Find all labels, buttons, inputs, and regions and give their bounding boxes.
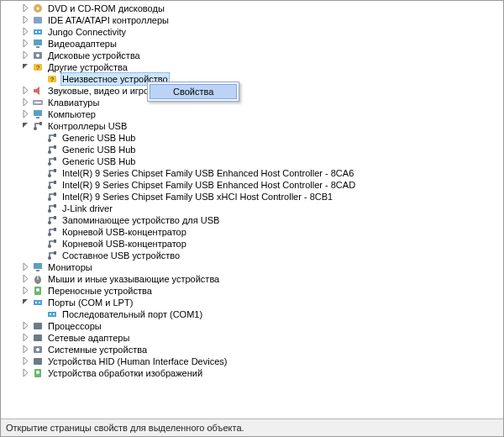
tree-node[interactable]: Intel(R) 9 Series Chipset Family USB Enh…	[4, 167, 500, 179]
tree-node[interactable]: Generic USB Hub	[4, 132, 500, 144]
tree-node-label: Переносные устройства	[46, 285, 154, 297]
usbhub-icon	[45, 250, 58, 261]
tree-node-label: Запоминающее устройство для USB	[60, 214, 221, 226]
usbhub-icon	[45, 155, 58, 167]
tree-node[interactable]: IDE ATA/ATAPI контроллеры	[4, 14, 500, 26]
net-icon	[31, 332, 44, 344]
tree-node[interactable]: Intel(R) 9 Series Chipset Family USB Enh…	[4, 179, 500, 191]
tree-node-label: Составное USB устройство	[60, 250, 181, 261]
expand-toggle[interactable]	[21, 274, 30, 285]
tree-node[interactable]: Порты (COM и LPT)	[4, 297, 500, 308]
status-text: Открытие страницы свойств для выделенног…	[6, 423, 244, 433]
expand-toggle[interactable]	[21, 356, 30, 367]
svg-rect-52	[48, 312, 56, 317]
tree-node[interactable]: ?Другие устройства	[4, 61, 500, 73]
collapse-toggle[interactable]	[21, 297, 30, 308]
tree-node[interactable]: DVD и CD-ROM дисководы	[4, 3, 500, 14]
tree-node[interactable]: Последовательный порт (COM1)	[4, 308, 500, 320]
tree-node[interactable]: Дисковые устройства	[4, 50, 500, 61]
usbhub-icon	[45, 179, 58, 191]
tree-node[interactable]: Generic USB Hub	[4, 144, 500, 155]
svg-rect-54	[53, 313, 55, 315]
tree-node[interactable]: Переносные устройства	[4, 285, 500, 297]
tree-node-label: Мониторы	[46, 261, 94, 273]
tree-node[interactable]: Корневой USB-концентратор	[4, 238, 500, 250]
tree-node-label: Клавиатуры	[46, 97, 101, 108]
expand-toggle[interactable]	[21, 368, 30, 379]
tree-node[interactable]: Процессоры	[4, 320, 500, 332]
svg-text:?: ?	[50, 76, 54, 83]
svg-rect-4	[35, 31, 37, 33]
tree-node[interactable]: ?Неизвестное устройство	[4, 73, 500, 85]
svg-rect-17	[34, 110, 42, 116]
ports-icon	[31, 297, 44, 308]
tree-node[interactable]: Intel(R) 9 Series Chipset Family USB xHC…	[4, 191, 500, 203]
svg-rect-51	[39, 302, 40, 303]
device-tree[interactable]: DVD и CD-ROM дисководыIDE ATA/ATAPI конт…	[1, 1, 503, 419]
tree-node[interactable]: J-Link driver	[4, 203, 500, 214]
expand-toggle[interactable]	[21, 50, 30, 61]
expand-toggle[interactable]	[21, 262, 30, 273]
unknown-icon: ?	[45, 73, 58, 85]
expand-toggle[interactable]	[21, 321, 30, 332]
usbhub-icon	[45, 132, 58, 144]
disc-icon	[31, 3, 44, 14]
svg-rect-59	[34, 358, 42, 365]
svg-point-58	[36, 348, 39, 351]
tree-node[interactable]: Мониторы	[4, 261, 500, 273]
svg-rect-30	[54, 181, 56, 184]
svg-text:?: ?	[35, 64, 39, 71]
menu-item-properties[interactable]: Свойства	[150, 84, 237, 99]
tree-node[interactable]: Клавиатуры	[4, 97, 500, 108]
svg-rect-34	[54, 204, 56, 208]
expand-toggle[interactable]	[21, 97, 30, 108]
tree-node-label: Последовательный порт (COM1)	[60, 308, 204, 320]
tree-node[interactable]: Запоминающее устройство для USB	[4, 214, 500, 226]
expand-toggle[interactable]	[21, 39, 30, 50]
svg-marker-14	[34, 87, 39, 95]
expand-toggle[interactable]	[21, 27, 30, 38]
tree-node-label: Generic USB Hub	[60, 144, 137, 155]
tree-node[interactable]: Устройства HID (Human Interface Devices)	[4, 355, 500, 367]
tree-node[interactable]: Мыши и иные указывающие устройства	[4, 273, 500, 285]
usbhub-icon	[45, 167, 58, 179]
collapse-toggle[interactable]	[21, 62, 30, 73]
keyboard-icon	[31, 97, 44, 108]
tree-node[interactable]: Сетевые адаптеры	[4, 332, 500, 344]
expand-toggle[interactable]	[21, 345, 30, 355]
tree-node[interactable]: Компьютер	[4, 108, 500, 120]
tree-node-label: Устройства обработки изображений	[46, 367, 204, 379]
tree-node[interactable]: Generic USB Hub	[4, 155, 500, 167]
svg-rect-42	[54, 251, 56, 255]
cpu-icon	[31, 320, 44, 332]
tree-node[interactable]: Устройства обработки изображений	[4, 367, 500, 379]
expand-toggle[interactable]	[21, 109, 30, 120]
collapse-toggle[interactable]	[21, 121, 30, 132]
tree-node[interactable]: Звуковые, видео и игровые	[4, 85, 500, 97]
svg-rect-44	[36, 270, 39, 271]
svg-point-61	[36, 371, 39, 374]
svg-rect-55	[34, 323, 42, 329]
expand-toggle[interactable]	[21, 3, 30, 14]
tree-node[interactable]: Системные устройства	[4, 344, 500, 355]
tree-node[interactable]: Составное USB устройство	[4, 250, 500, 261]
tree-node-label: Видеоадаптеры	[46, 38, 118, 50]
expand-toggle[interactable]	[21, 15, 30, 26]
svg-rect-28	[54, 169, 56, 172]
tree-node-label: Generic USB Hub	[60, 155, 137, 167]
expand-toggle[interactable]	[21, 286, 30, 297]
tree-node[interactable]: Контроллеры USB	[4, 120, 500, 132]
expand-toggle[interactable]	[21, 333, 30, 344]
svg-rect-50	[35, 302, 37, 303]
tree-node[interactable]: Jungo Connectivity	[4, 26, 500, 38]
svg-rect-2	[34, 17, 42, 24]
svg-point-48	[36, 288, 39, 292]
expand-toggle[interactable]	[21, 86, 30, 97]
mouse-icon	[31, 273, 44, 285]
tree-node[interactable]: Видеоадаптеры	[4, 38, 500, 50]
tree-node-label: Порты (COM и LPT)	[46, 297, 134, 308]
status-bar: Открытие страницы свойств для выделенног…	[1, 419, 503, 436]
tree-node[interactable]: Корневой USB-концентратор	[4, 226, 500, 238]
usbhub-icon	[45, 214, 58, 226]
svg-rect-26	[54, 157, 56, 161]
